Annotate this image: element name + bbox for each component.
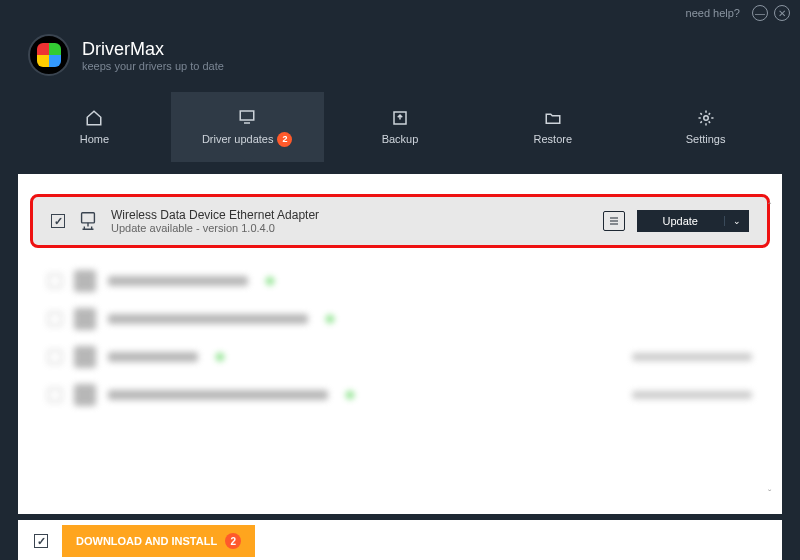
close-button[interactable]: ✕ bbox=[774, 5, 790, 21]
nav-label: Settings bbox=[686, 133, 726, 145]
bottom-bar: DOWNLOAD AND INSTALL 2 bbox=[18, 520, 782, 560]
driver-title: Wireless Data Device Ethernet Adapter bbox=[111, 208, 591, 222]
nav-label: Backup bbox=[382, 133, 419, 145]
driver-details-button[interactable] bbox=[603, 211, 625, 231]
download-label: DOWNLOAD AND INSTALL bbox=[76, 535, 217, 547]
driver-list: Wireless Data Device Ethernet Adapter Up… bbox=[18, 174, 782, 514]
driver-row-highlighted[interactable]: Wireless Data Device Ethernet Adapter Up… bbox=[30, 194, 770, 248]
tab-home[interactable]: Home bbox=[18, 92, 171, 162]
svg-rect-0 bbox=[240, 111, 254, 120]
driver-row-blurred bbox=[38, 338, 762, 376]
folder-icon bbox=[543, 109, 563, 127]
driver-row-blurred bbox=[38, 376, 762, 414]
updates-badge: 2 bbox=[277, 132, 292, 147]
backup-icon bbox=[390, 109, 410, 127]
app-header: DriverMax keeps your drivers up to date bbox=[0, 26, 800, 92]
download-badge: 2 bbox=[225, 533, 241, 549]
driver-row-blurred bbox=[38, 262, 762, 300]
nav-label: Restore bbox=[534, 133, 573, 145]
driver-checkbox[interactable] bbox=[51, 214, 65, 228]
update-button[interactable]: Update ⌄ bbox=[637, 210, 749, 232]
list-icon bbox=[608, 215, 620, 227]
svg-rect-3 bbox=[82, 213, 95, 223]
scroll-up-icon[interactable]: ˆ bbox=[768, 202, 776, 213]
update-button-label: Update bbox=[637, 215, 724, 227]
app-subtitle: keeps your drivers up to date bbox=[82, 60, 224, 72]
select-all-checkbox[interactable] bbox=[34, 534, 48, 548]
nav-label: Home bbox=[80, 133, 109, 145]
svg-point-2 bbox=[703, 116, 708, 121]
help-link[interactable]: need help? bbox=[686, 7, 740, 19]
home-icon bbox=[84, 109, 104, 127]
scroll-down-icon[interactable]: ˇ bbox=[768, 489, 776, 500]
scrollbar[interactable]: ˆ ˇ bbox=[768, 202, 776, 500]
minimize-button[interactable]: — bbox=[752, 5, 768, 21]
driver-row-blurred bbox=[38, 300, 762, 338]
network-adapter-icon bbox=[77, 210, 99, 232]
app-title: DriverMax bbox=[82, 39, 224, 60]
tab-backup[interactable]: Backup bbox=[324, 92, 477, 162]
driver-status: Update available - version 1.0.4.0 bbox=[111, 222, 591, 234]
download-install-button[interactable]: DOWNLOAD AND INSTALL 2 bbox=[62, 525, 255, 557]
update-dropdown[interactable]: ⌄ bbox=[724, 216, 749, 226]
tab-restore[interactable]: Restore bbox=[476, 92, 629, 162]
nav-label: Driver updates2 bbox=[202, 132, 293, 147]
app-logo-icon bbox=[28, 34, 70, 76]
main-nav: Home Driver updates2 Backup Restore Sett… bbox=[18, 92, 782, 162]
tab-driver-updates[interactable]: Driver updates2 bbox=[171, 92, 324, 162]
gear-icon bbox=[696, 109, 716, 127]
tab-settings[interactable]: Settings bbox=[629, 92, 782, 162]
monitor-icon bbox=[237, 108, 257, 126]
